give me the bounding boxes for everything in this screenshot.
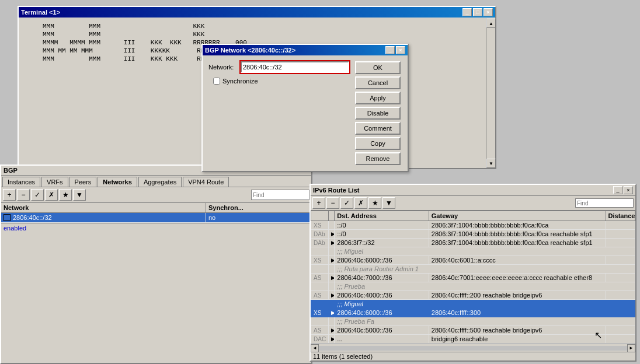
- ipv6-star-button[interactable]: ★: [368, 197, 381, 209]
- row-gateway-cell: 2806:3f7:1004:bbbb:bbbb:bbbb:f0ca:f0ca r…: [429, 239, 606, 247]
- ipv6-close-icon: ×: [627, 187, 629, 193]
- row-distance-cell: [606, 274, 635, 282]
- row-distance-cell: [606, 256, 635, 265]
- ipv6-table-row[interactable]: ;;; Miguel: [311, 300, 635, 309]
- cancel-button[interactable]: Cancel: [355, 76, 401, 89]
- bgp-network-dialog: BGP Network <2806:40c::/32> _ × Network:…: [201, 44, 409, 172]
- ipv6-search-input[interactable]: [575, 198, 634, 208]
- add-button[interactable]: +: [3, 189, 16, 201]
- ipv6-table-row[interactable]: ;;; Miguel: [311, 247, 635, 256]
- ipv6-table-row[interactable]: ;;; Prueba: [311, 282, 635, 291]
- row-gateway-cell: 2806:40c:6001::a:cccc: [429, 256, 606, 265]
- tab-networks[interactable]: Networks: [98, 177, 137, 187]
- ipv6-window-controls: _ ×: [613, 186, 633, 194]
- ipv6-add-button[interactable]: +: [312, 197, 325, 209]
- bgp-status-bar: enabled: [1, 223, 311, 233]
- hscroll-track[interactable]: [319, 346, 627, 351]
- comment-button[interactable]: Comment: [355, 122, 401, 135]
- row-comment-cell: ;;; Miguel: [335, 300, 635, 309]
- hscroll-left-button[interactable]: ◄: [311, 344, 319, 352]
- bgp-search-input[interactable]: [251, 190, 309, 200]
- dialog-buttons: OK Cancel Apply Disable Comment Copy Rem…: [355, 61, 402, 165]
- ipv6-table-row[interactable]: XS ▶ 2806:40c:6000::/36 2806:40c:6001::a…: [311, 256, 635, 265]
- scroll-down-button[interactable]: ▼: [486, 159, 496, 168]
- row-dst-cell: 2806:3f7::/32: [335, 239, 429, 247]
- ipv6-table-row[interactable]: ;;; Ruta para Router Admin 1: [311, 265, 635, 274]
- dialog-titlebar: BGP Network <2806:40c::/32> _ ×: [203, 45, 408, 55]
- filter-icon: ▼: [76, 191, 83, 199]
- ipv6-check-button[interactable]: ✓: [340, 197, 353, 209]
- ipv6-table-row[interactable]: ;;; Prueba Fa: [311, 317, 635, 326]
- ipv6-table-row[interactable]: XS ▶ 2806:40c:6000::/36 2806:40c:ffff::3…: [311, 309, 635, 317]
- tab-vpn4route[interactable]: VPN4 Route: [183, 177, 229, 187]
- terminal-scrollbar[interactable]: ▲ ▼: [486, 19, 495, 168]
- terminal-line-6: MMM MMM KKK: [23, 22, 484, 30]
- ipv6-table-row[interactable]: DAb ▶ 2806:3f7::/32 2806:3f7:1004:bbbb:b…: [311, 239, 635, 247]
- ipv6-table-row[interactable]: AS ▶ 2806:40c:4000::/36 2806:40c:ffff::2…: [311, 291, 635, 300]
- row-arrow-cell: ▶: [329, 230, 335, 239]
- bgp-check-button[interactable]: ✓: [31, 189, 44, 201]
- tab-instances[interactable]: Instances: [2, 177, 40, 187]
- ipv6-remove-icon: −: [331, 199, 335, 207]
- terminal-minimize-button[interactable]: _: [462, 8, 472, 16]
- synchronize-checkbox[interactable]: [213, 78, 220, 85]
- bgp-filter-button[interactable]: ▼: [73, 189, 86, 201]
- row-type-cell: AS: [311, 291, 329, 300]
- row-distance-cell: [606, 230, 635, 239]
- bgp-panel: BGP Instances VRFs Peers Networks Aggreg…: [0, 164, 312, 364]
- bgp-star-button[interactable]: ★: [59, 189, 72, 201]
- ipv6-table-row[interactable]: DAb ▶ ::/0 2806:3f7:1004:bbbb:bbbb:bbbb:…: [311, 230, 635, 239]
- ipv6-minimize-button[interactable]: _: [613, 186, 622, 194]
- row-gateway-cell: 2806:40c:ffff::500 reachable bridgeipv6: [429, 326, 606, 335]
- terminal-maximize-button[interactable]: □: [473, 8, 482, 16]
- network-input[interactable]: [241, 61, 349, 73]
- dialog-close-button[interactable]: ×: [396, 46, 405, 54]
- dialog-form: Network: Synchronize: [208, 61, 349, 165]
- col-type: [311, 211, 329, 221]
- row-arrow-cell: [329, 247, 335, 256]
- ipv6-minimize-icon: _: [616, 187, 619, 193]
- network-label: Network:: [208, 64, 241, 71]
- terminal-close-button[interactable]: ×: [484, 8, 493, 16]
- bgp-table: Network Synchron... 2806:40c::/32 no: [1, 203, 311, 223]
- ok-button[interactable]: OK: [355, 61, 401, 74]
- col-arrow: [329, 211, 335, 221]
- row-dst-cell: 2806:40c:5000::/36: [335, 326, 429, 335]
- ipv6-table-row[interactable]: AS ▶ 2806:40c:7000::/36 2806:40c:7001:ee…: [311, 274, 635, 282]
- hscroll-right-button[interactable]: ►: [627, 344, 635, 352]
- dialog-minimize-button[interactable]: _: [385, 46, 395, 54]
- ipv6-close-button[interactable]: ×: [624, 186, 633, 194]
- scroll-up-icon: ▲: [489, 21, 493, 26]
- tab-vrfs[interactable]: VRFs: [41, 177, 68, 187]
- ipv6-remove-button[interactable]: −: [326, 197, 339, 209]
- scroll-up-button[interactable]: ▲: [486, 19, 496, 28]
- close-icon: ×: [486, 9, 489, 15]
- row-arrow-cell: ▶: [329, 239, 335, 247]
- ipv6-table-row[interactable]: DAC ▶ ... bridging6 reachable: [311, 335, 635, 344]
- synchronize-row: Synchronize: [213, 78, 349, 85]
- dialog-body: Network: Synchronize OK Cancel Apply Dis…: [203, 55, 408, 171]
- row-dst-cell: 2806:40c:6000::/36: [335, 256, 429, 265]
- col-distance: Distance: [606, 211, 635, 221]
- bgp-cross-button[interactable]: ✗: [45, 189, 58, 201]
- bgp-remove-button[interactable]: −: [17, 189, 30, 201]
- row-type-cell: XS: [311, 309, 329, 317]
- ipv6-cross-button[interactable]: ✗: [354, 197, 367, 209]
- ipv6-cross-icon: ✗: [358, 199, 364, 207]
- bgp-table-row[interactable]: 2806:40c::/32 no: [1, 213, 311, 223]
- row-comment-cell: ;;; Ruta para Router Admin 1: [335, 265, 635, 274]
- ipv6-table-row[interactable]: XS ::/0 2806:3f7:1004:bbbb:bbbb:bbbb:f0c…: [311, 221, 635, 230]
- row-arrow-cell: [329, 221, 335, 230]
- copy-button[interactable]: Copy: [355, 137, 401, 150]
- row-dst-cell: 2806:40c:4000::/36: [335, 291, 429, 300]
- disable-button[interactable]: Disable: [355, 107, 401, 120]
- network-cell: 2806:40c::/32: [1, 213, 206, 222]
- ipv6-table-row[interactable]: AS ▶ 2806:40c:5000::/36 2806:40c:ffff::5…: [311, 326, 635, 335]
- tab-aggregates[interactable]: Aggregates: [138, 177, 182, 187]
- row-type-cell: [311, 317, 329, 326]
- tab-peers[interactable]: Peers: [69, 177, 97, 187]
- row-gateway-cell: 2806:40c:7001:eeee:eeee:eeee:a:cccc reac…: [429, 274, 606, 282]
- ipv6-filter-button[interactable]: ▼: [382, 197, 395, 209]
- apply-button[interactable]: Apply: [355, 92, 401, 104]
- remove-button[interactable]: Remove: [355, 152, 401, 165]
